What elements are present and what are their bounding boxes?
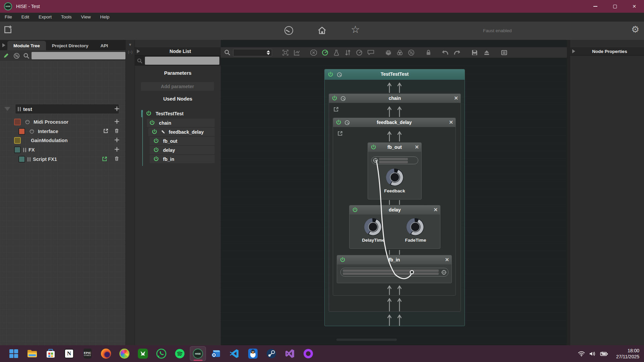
taskbar-whatsapp[interactable] xyxy=(156,348,167,359)
redo-icon[interactable] xyxy=(453,50,461,56)
taskbar-xbox[interactable] xyxy=(137,348,149,359)
taskbar-epic-games[interactable]: EPIC GAMES xyxy=(82,348,93,359)
tree-item-interface[interactable]: Interface xyxy=(18,127,58,135)
flask-icon[interactable] xyxy=(333,49,340,56)
taskbar-hise-active[interactable]: HISE xyxy=(190,346,206,361)
percent-circle-icon[interactable] xyxy=(408,49,415,56)
zoom-active-icon[interactable] xyxy=(322,49,328,56)
close-node-icon[interactable]: ✕ xyxy=(415,144,419,150)
trash-icon[interactable] xyxy=(114,128,119,134)
external-link-icon[interactable] xyxy=(103,128,109,134)
delaytime-knob[interactable] xyxy=(364,218,382,236)
trash-icon[interactable] xyxy=(114,156,119,162)
eject-icon[interactable] xyxy=(483,49,490,56)
taskbar-visual-studio[interactable] xyxy=(284,348,296,359)
new-file-icon[interactable] xyxy=(3,25,13,34)
taskbar-steam[interactable] xyxy=(266,348,277,359)
minimize-button[interactable] xyxy=(586,0,605,13)
node-list-item-chain[interactable]: chain xyxy=(147,119,215,127)
comment-bubble-icon[interactable] xyxy=(367,50,374,55)
node-header[interactable]: delay ✕ xyxy=(350,205,440,215)
edit-pencil-icon[interactable] xyxy=(3,52,9,59)
battery-icon[interactable] xyxy=(600,351,608,356)
macro-gauge-icon[interactable] xyxy=(284,26,293,35)
collapse-triangle-icon[interactable] xyxy=(4,107,10,111)
add-module-icon[interactable] xyxy=(114,137,120,143)
node-search-input[interactable] xyxy=(145,57,219,65)
tree-item-midi-processor[interactable]: Midi Processor xyxy=(14,118,68,126)
menu-view[interactable]: View xyxy=(76,13,96,21)
home-icon[interactable] xyxy=(317,26,327,35)
external-link-icon[interactable] xyxy=(333,106,339,112)
favorite-star-icon[interactable]: ☆ xyxy=(351,23,360,35)
power-icon[interactable] xyxy=(149,120,155,126)
feedback-knob[interactable] xyxy=(385,168,404,187)
right-panel-divider[interactable] xyxy=(567,40,570,345)
error-octagon-icon[interactable] xyxy=(310,49,317,56)
node-header[interactable]: chain ✕ xyxy=(329,94,461,103)
collapse-down-icon[interactable]: ▼ xyxy=(126,43,135,47)
taskbar-windows-start[interactable] xyxy=(8,348,19,359)
fold-triangle-icon[interactable] xyxy=(572,49,575,53)
tab-api[interactable]: API xyxy=(95,41,114,50)
taskbar-color-wheel[interactable] xyxy=(119,348,130,359)
close-node-icon[interactable]: ✕ xyxy=(454,95,458,101)
power-icon[interactable] xyxy=(153,147,159,153)
power-icon[interactable] xyxy=(153,138,159,144)
external-link-icon[interactable] xyxy=(337,130,343,136)
node-delay[interactable]: delay ✕ DelayTime FadeTime xyxy=(349,205,440,249)
close-button[interactable]: ✕ xyxy=(625,0,644,13)
search-icon[interactable] xyxy=(23,53,30,59)
wifi-icon[interactable] xyxy=(578,351,585,357)
tree-item-fx[interactable]: FX xyxy=(14,146,35,154)
percent-icon[interactable] xyxy=(13,53,20,59)
taskbar-penguin[interactable] xyxy=(247,348,259,359)
taskbar-purple-ring[interactable] xyxy=(303,348,314,359)
export-graph-icon[interactable] xyxy=(293,49,300,56)
power-icon[interactable] xyxy=(153,156,159,162)
menu-tools[interactable]: Tools xyxy=(56,13,76,21)
cube-icon[interactable] xyxy=(385,49,392,56)
node-list-item-root[interactable]: TestTestTest xyxy=(145,109,219,118)
add-module-icon[interactable] xyxy=(114,106,120,112)
node-list-item-delay[interactable]: delay xyxy=(150,146,215,154)
taskbar-vscode[interactable] xyxy=(229,348,240,359)
maximize-button[interactable] xyxy=(605,0,625,13)
taskbar-firefox[interactable] xyxy=(100,348,112,359)
node-header[interactable]: fb_in ✕ xyxy=(337,255,451,264)
tree-root-test[interactable]: test xyxy=(15,104,119,114)
fold-bracket-icon[interactable]: (−) xyxy=(126,50,135,54)
node-list-item-fb-in[interactable]: fb_in xyxy=(150,155,215,163)
taskbar-notion[interactable]: N xyxy=(63,348,75,359)
node-list-item-feedback-delay[interactable]: feedback_delay xyxy=(148,128,215,136)
power-icon[interactable] xyxy=(146,111,152,116)
node-header[interactable]: feedback_delay ✕ xyxy=(333,118,455,127)
fit-frame-icon[interactable] xyxy=(282,49,289,56)
add-module-icon[interactable] xyxy=(114,146,120,152)
fadetime-knob[interactable] xyxy=(406,218,425,236)
close-node-icon[interactable]: ✕ xyxy=(445,257,449,263)
zoom-level-select[interactable] xyxy=(233,49,272,56)
tab-module-tree[interactable]: Module Tree xyxy=(7,41,46,50)
fb-out-range-slider[interactable] xyxy=(371,157,418,164)
taskbar-clock[interactable]: 18:00 27/11/2025 xyxy=(616,348,639,360)
power-icon[interactable] xyxy=(152,129,157,135)
tree-item-script-fx1[interactable]: Script FX1 xyxy=(18,155,57,163)
undo-icon[interactable] xyxy=(442,50,449,56)
menu-help[interactable]: Help xyxy=(96,13,114,21)
node-list-item-fb-out[interactable]: fb_out xyxy=(150,137,215,145)
save-icon[interactable] xyxy=(471,49,478,56)
menu-edit[interactable]: Edit xyxy=(17,13,34,21)
node-fb-in[interactable]: fb_in ✕ xyxy=(337,255,452,283)
menu-export[interactable]: Export xyxy=(34,13,56,21)
zoom-search-icon[interactable] xyxy=(224,49,230,56)
fold-triangle-icon[interactable] xyxy=(137,49,140,53)
tree-item-gainmodulation[interactable]: GainModulation xyxy=(14,136,68,144)
close-node-icon[interactable]: ✕ xyxy=(433,207,438,213)
filter-arrows-icon[interactable] xyxy=(344,49,351,56)
taskbar-microsoft-store[interactable] xyxy=(45,348,56,359)
module-search-input[interactable] xyxy=(32,52,125,59)
lock-icon[interactable] xyxy=(425,49,432,56)
gauge-icon[interactable] xyxy=(356,49,363,56)
close-node-icon[interactable]: ✕ xyxy=(449,119,453,125)
